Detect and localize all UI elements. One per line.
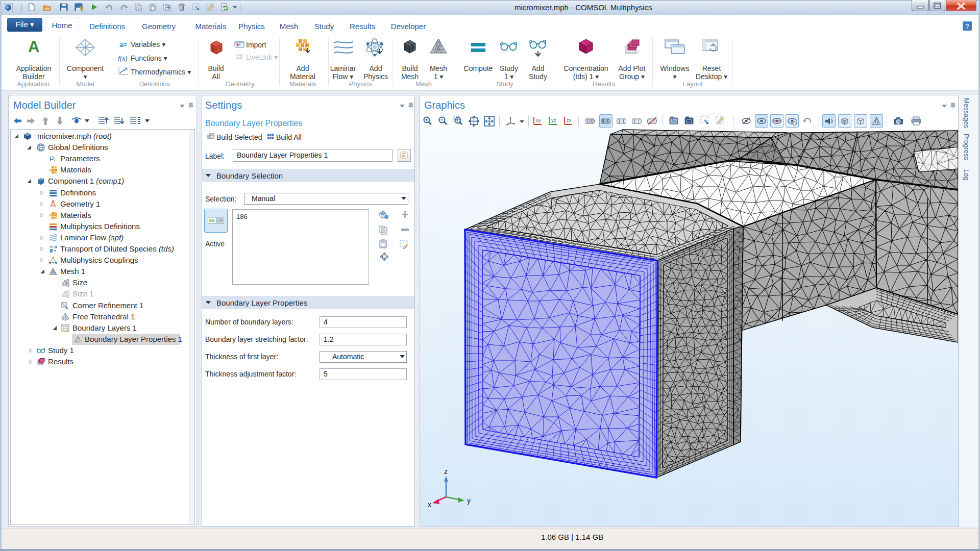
svg-text:?: ?	[965, 22, 969, 30]
svg-text:ON: ON	[209, 218, 215, 223]
svg-text:y: y	[467, 496, 471, 505]
svg-text:Pi: Pi	[50, 155, 55, 163]
svg-text:z: z	[444, 467, 448, 475]
svg-text:yz: yz	[551, 117, 556, 123]
svg-text:xy: xy	[536, 117, 541, 123]
svg-text:x: x	[428, 500, 431, 509]
svg-text:zx: zx	[567, 117, 572, 123]
